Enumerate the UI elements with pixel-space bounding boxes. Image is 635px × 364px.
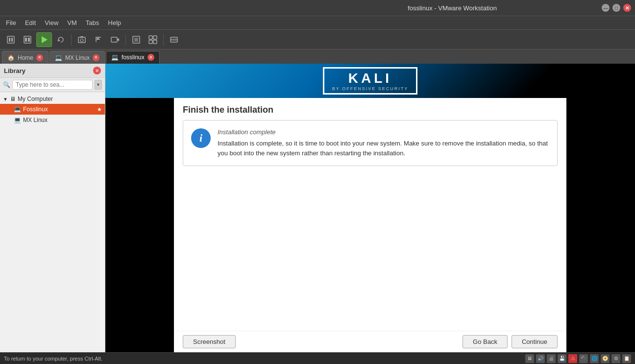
installation-complete-body: Installation is complete, so it is time … [218, 139, 549, 158]
svg-marker-7 [57, 39, 60, 41]
tab-bar: 🏠 Home ✕ 💻 MX Linux ✕ 💻 fosslinux ✕ [0, 49, 635, 64]
info-text: Installation complete Installation is co… [218, 128, 549, 158]
toolbar-separator-2 [125, 34, 126, 46]
capture-button[interactable] [107, 32, 123, 47]
svg-rect-16 [153, 36, 157, 39]
status-icon-4[interactable]: 💾 [558, 354, 566, 363]
fosslinux-item-label: Fosslinux [23, 106, 48, 113]
close-button[interactable]: ✕ [623, 4, 631, 12]
my-computer-group[interactable]: ▼ 🖥 My Computer [0, 94, 105, 104]
revert-button[interactable] [91, 32, 106, 47]
suspend-button[interactable] [20, 32, 35, 47]
status-icon-warn[interactable]: ⚠ [568, 354, 577, 363]
menu-view[interactable]: View [41, 18, 62, 27]
unity-button[interactable] [145, 32, 161, 47]
power-button[interactable] [3, 32, 19, 47]
status-icon-net[interactable]: 🌐 [590, 354, 599, 363]
library-label: Library [4, 67, 25, 74]
screenshot-button[interactable]: Screenshot [183, 335, 236, 348]
svg-rect-5 [28, 38, 30, 42]
sidebar: Library ✕ 🔍 ▼ ▼ 🖥 My Computer 💻 Fosslinu… [0, 64, 105, 352]
svg-marker-6 [42, 36, 48, 43]
go-back-button[interactable]: Go Back [463, 335, 508, 348]
svg-rect-14 [134, 38, 138, 42]
tab-mxlinux[interactable]: 💻 MX Linux ✕ [49, 51, 105, 64]
sidebar-item-mxlinux[interactable]: 💻 MX Linux [0, 115, 105, 125]
svg-rect-15 [149, 36, 152, 39]
vm-right-black [566, 98, 635, 352]
installer-content: i Installation complete Installation is … [174, 120, 566, 331]
fullscreen-button[interactable] [128, 32, 144, 47]
home-tab-icon: 🏠 [7, 54, 15, 61]
status-icon-5[interactable]: 📀 [601, 354, 610, 363]
installer-footer: Screenshot Go Back Continue [174, 331, 566, 352]
kali-logo-text: KALI [348, 71, 392, 86]
menu-help[interactable]: Help [104, 18, 125, 27]
reset-button[interactable] [53, 32, 69, 47]
vm-area: KALI BY OFFENSIVE SECURITY Finish the in… [105, 64, 635, 352]
installer-footer-right: Go Back Continue [463, 335, 558, 348]
sidebar-item-fosslinux[interactable]: 💻 Fosslinux ★ [0, 104, 105, 115]
toolbar [0, 29, 635, 49]
search-icon: 🔍 [3, 81, 10, 88]
mxlinux-vm-icon: 💻 [14, 117, 21, 123]
tab-fosslinux[interactable]: 💻 fosslinux ✕ [106, 51, 160, 64]
ctrl-alt-del-button[interactable] [166, 32, 182, 47]
status-icon-3[interactable]: 🖨 [547, 354, 556, 363]
fosslinux-tab-label: fosslinux [122, 54, 145, 61]
kali-logo-box: KALI BY OFFENSIVE SECURITY [323, 67, 417, 95]
status-icon-6[interactable]: ⚙ [611, 354, 620, 363]
info-icon: i [191, 128, 211, 148]
installer-title: Finish the installation [174, 98, 566, 120]
home-tab-close[interactable]: ✕ [36, 54, 43, 61]
main-area: Library ✕ 🔍 ▼ ▼ 🖥 My Computer 💻 Fosslinu… [0, 64, 635, 352]
search-input[interactable] [12, 80, 93, 90]
menu-file[interactable]: File [2, 18, 20, 27]
tab-home[interactable]: 🏠 Home ✕ [2, 51, 49, 64]
status-icons: 🖥 🔊 🖨 💾 ⚠ 🔌 🌐 📀 ⚙ 📋 [525, 354, 631, 363]
star-icon: ★ [97, 106, 102, 113]
search-bar: 🔍 ▼ [0, 78, 105, 92]
status-icon-2[interactable]: 🔊 [536, 354, 545, 363]
play-button[interactable] [36, 32, 52, 47]
search-dropdown-button[interactable]: ▼ [95, 80, 102, 90]
mxlinux-tab-close[interactable]: ✕ [93, 54, 99, 61]
svg-rect-22 [175, 39, 176, 41]
svg-rect-11 [111, 37, 117, 42]
menu-vm[interactable]: VM [63, 18, 81, 27]
title-bar-controls: — □ ✕ [602, 4, 631, 12]
svg-rect-1 [9, 38, 10, 42]
toolbar-separator-1 [71, 34, 72, 46]
svg-rect-10 [80, 36, 83, 38]
continue-button[interactable]: Continue [512, 335, 558, 348]
maximize-button[interactable]: □ [612, 4, 620, 12]
svg-rect-21 [173, 39, 174, 41]
svg-rect-18 [153, 40, 157, 44]
info-box: i Installation complete Installation is … [183, 120, 558, 166]
library-close-button[interactable]: ✕ [93, 67, 101, 74]
sidebar-tree: ▼ 🖥 My Computer 💻 Fosslinux ★ 💻 MX Linux [0, 92, 105, 352]
svg-rect-20 [171, 39, 172, 41]
status-bar: To return to your computer, press Ctrl-A… [0, 352, 635, 364]
kali-banner: KALI BY OFFENSIVE SECURITY [105, 64, 635, 98]
chevron-down-icon: ▼ [3, 97, 8, 102]
status-icon-1[interactable]: 🖥 [525, 354, 534, 363]
my-computer-label: My Computer [18, 96, 53, 102]
mxlinux-tab-label: MX Linux [65, 54, 90, 61]
menu-tabs[interactable]: Tabs [82, 18, 103, 27]
menu-edit[interactable]: Edit [21, 18, 40, 27]
svg-rect-0 [7, 36, 14, 43]
minimize-button[interactable]: — [602, 4, 610, 12]
fosslinux-vm-icon: 💻 [14, 106, 21, 113]
library-header: Library ✕ [0, 64, 105, 78]
svg-rect-2 [11, 38, 13, 42]
svg-rect-17 [149, 40, 152, 44]
mxlinux-tab-icon: 💻 [55, 54, 62, 61]
computer-icon: 🖥 [10, 96, 16, 102]
status-icon-usb[interactable]: 🔌 [579, 354, 588, 363]
status-icon-7[interactable]: 📋 [622, 354, 631, 363]
mxlinux-item-label: MX Linux [23, 117, 48, 123]
snapshot-button[interactable] [74, 32, 90, 47]
kali-subtitle: BY OFFENSIVE SECURITY [332, 86, 408, 91]
fosslinux-tab-close[interactable]: ✕ [147, 54, 154, 61]
